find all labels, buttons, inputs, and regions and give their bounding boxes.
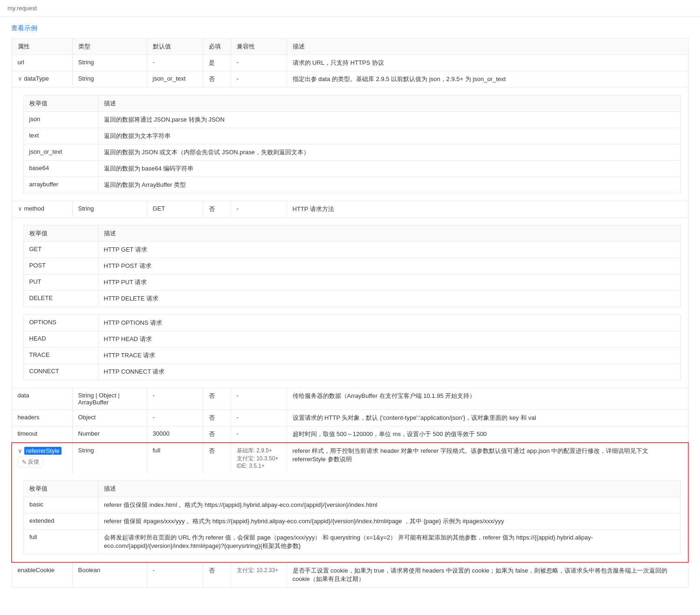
attr-name-cell: headers (12, 410, 72, 426)
attr-required-cell: 否 (203, 443, 231, 473)
enum-item-row: GETHTTP GET 请求 (23, 242, 680, 258)
main-content: 查看示例 属性 类型 默认值 必填 兼容性 描述 urlString-是-请求的… (0, 17, 700, 595)
enum-desc-cell: 返回的数据将通过 JSON.parse 转换为 JSON (98, 112, 680, 128)
enum-value-cell: OPTIONS (23, 315, 98, 331)
enum-desc-cell: HTTP HEAD 请求 (98, 331, 680, 348)
collapse-icon[interactable]: ∨ (18, 75, 22, 82)
table-row: headersObject-否-设置请求的 HTTP 头对象，默认 {'cont… (12, 410, 688, 426)
attr-desc-cell: 指定出参 data 的类型。基础库 2.9.5 以前默认值为 json，2.9.… (287, 71, 688, 88)
enum-item-row: DELETEHTTP DELETE 请求 (23, 291, 680, 307)
enum-item-row: base64返回的数据为 base64 编码字符串 (23, 161, 680, 177)
enum-desc-cell: HTTP GET 请求 (98, 242, 680, 258)
enum-header-desc: 描述 (98, 226, 680, 242)
enum-row: 枚举值描述json返回的数据将通过 JSON.parse 转换为 JSONtex… (12, 88, 688, 201)
enum-item-row: text返回的数据为文本字符串 (23, 128, 680, 144)
enum-item-row: basicreferer 值仅保留 index.html 。格式为 https:… (24, 497, 680, 513)
enum-header-value: 枚举值 (23, 96, 98, 112)
enum-value-cell: extended (24, 513, 98, 530)
attr-type-cell: Number (72, 426, 147, 443)
attr-type-cell: String (72, 55, 147, 71)
enum-item-row: OPTIONSHTTP OPTIONS 请求 (23, 315, 680, 331)
enum-desc-cell: 返回的数据为 JSON 或文本（内部会先尝试 JSON.prase，失败则返回文… (98, 144, 680, 161)
enum-value-cell: basic (24, 497, 98, 513)
enum-spacer-row (23, 307, 680, 315)
col-header-compat: 兼容性 (231, 39, 287, 55)
attr-required-cell: 否 (203, 562, 231, 588)
attr-default-cell: full (147, 443, 203, 473)
table-row: dataString | Object | ArrayBuffer-否-传给服务… (12, 388, 688, 410)
attr-desc-cell: 设置请求的 HTTP 头对象，默认 {'content-type':'appli… (287, 410, 688, 426)
col-header-type: 类型 (72, 39, 147, 55)
attr-name-cell: timeout (12, 426, 72, 443)
table-row: ∨methodStringGET否-HTTP 请求方法 (12, 201, 688, 218)
page-title: my.request (7, 5, 37, 12)
attr-required-cell: 否 (203, 388, 231, 410)
enum-value-cell: GET (23, 242, 98, 258)
attr-desc-cell: referer 样式，用于控制当前请求 header 对象中 referer 字… (287, 443, 688, 473)
top-bar: my.request (0, 0, 700, 17)
enum-header-value: 枚举值 (24, 481, 98, 497)
feedback-button[interactable]: ✎反馈 (18, 457, 43, 467)
enum-header-desc: 描述 (98, 481, 680, 497)
enum-row: 枚举值描述GETHTTP GET 请求POSTHTTP POST 请求PUTHT… (12, 218, 688, 388)
attr-desc-cell: 请求的 URL，只支持 HTTPS 协议 (287, 55, 688, 71)
enum-item-row: json_or_text返回的数据为 JSON 或文本（内部会先尝试 JSON.… (23, 144, 680, 161)
view-example-link[interactable]: 查看示例 (11, 24, 37, 33)
enum-desc-cell: 返回的数据为 base64 编码字符串 (98, 161, 680, 177)
enum-item-row: json返回的数据将通过 JSON.parse 转换为 JSON (23, 112, 680, 128)
attr-required-cell: 否 (203, 71, 231, 88)
enum-value-cell: json_or_text (23, 144, 98, 161)
col-header-required: 必填 (203, 39, 231, 55)
attr-required-cell: 否 (203, 410, 231, 426)
attr-desc-cell: 传给服务器的数据（ArrayBuffer 在支付宝客户端 10.1.95 开始支… (287, 388, 688, 410)
attr-default-cell: - (147, 562, 203, 588)
enum-desc-cell: HTTP DELETE 请求 (98, 291, 680, 307)
attr-type-cell: Boolean (72, 562, 147, 588)
collapse-icon[interactable]: ∨ (18, 205, 22, 212)
attr-compat-cell: - (231, 71, 287, 88)
attr-compat-cell: 支付宝: 10.2.33+ (231, 562, 287, 588)
attr-type-cell: Object (72, 410, 147, 426)
col-header-attr: 属性 (12, 39, 72, 55)
attr-type-cell: String (72, 71, 147, 88)
enum-value-cell: TRACE (23, 348, 98, 364)
enum-header-value: 枚举值 (23, 226, 98, 242)
attr-type-cell: String (72, 201, 147, 218)
enum-value-cell: full (24, 530, 98, 554)
attr-default-cell: 30000 (147, 426, 203, 443)
attr-type-cell: String | Object | ArrayBuffer (72, 388, 147, 410)
attr-name-cell: data (12, 388, 72, 410)
enum-value-cell: POST (23, 258, 98, 274)
collapse-icon[interactable]: ∨ (18, 447, 22, 454)
enum-desc-cell: HTTP OPTIONS 请求 (98, 315, 680, 331)
attr-name-highlighted: referrerStyle (24, 447, 62, 455)
enum-item-row: HEADHTTP HEAD 请求 (23, 331, 680, 348)
enum-item-row: arraybuffer返回的数据为 ArrayBuffer 类型 (23, 177, 680, 193)
attr-default-cell: - (147, 55, 203, 71)
enum-value-cell: text (23, 128, 98, 144)
enum-value-cell: PUT (23, 274, 98, 291)
attr-name-cell: ∨method (12, 201, 72, 218)
attr-name-cell: ∨referrerStyle✎反馈 (12, 443, 72, 473)
attr-compat-cell: - (231, 388, 287, 410)
attr-compat-cell: - (231, 201, 287, 218)
attr-required-cell: 否 (203, 426, 231, 443)
attr-name-text: method (24, 205, 44, 212)
attr-type-cell: String (72, 443, 147, 473)
enum-header-desc: 描述 (98, 96, 680, 112)
attr-compat-cell: - (231, 426, 287, 443)
enum-desc-cell: 会将发起请求时所在页面的 URL 作为 referer 值，会保留 page（p… (98, 530, 680, 554)
enum-value-cell: arraybuffer (23, 177, 98, 193)
enum-desc-cell: 返回的数据为文本字符串 (98, 128, 680, 144)
enum-desc-cell: referer 值仅保留 index.html 。格式为 https://{ap… (98, 497, 680, 513)
enum-desc-cell: HTTP POST 请求 (98, 258, 680, 274)
table-row: enableCookieBoolean-否支付宝: 10.2.33+是否手工设置… (12, 562, 688, 588)
table-row: timeoutNumber30000否-超时时间，取值 500～120000，单… (12, 426, 688, 443)
col-header-default: 默认值 (147, 39, 203, 55)
attr-default-cell: - (147, 388, 203, 410)
enum-value-cell: DELETE (23, 291, 98, 307)
enum-item-row: full会将发起请求时所在页面的 URL 作为 referer 值，会保留 pa… (24, 530, 680, 554)
attr-name-text: dataType (24, 75, 49, 82)
table-header-row: 属性 类型 默认值 必填 兼容性 描述 (12, 39, 688, 55)
enum-item-row: POSTHTTP POST 请求 (23, 258, 680, 274)
